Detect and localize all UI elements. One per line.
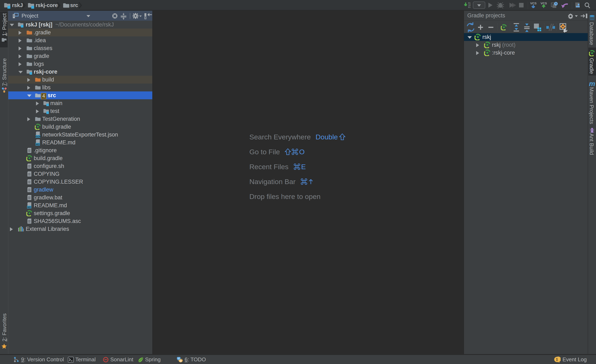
svg-text:01: 01 bbox=[468, 6, 471, 8]
svg-text:VCS: VCS bbox=[530, 1, 536, 5]
svg-text:1: 1 bbox=[556, 357, 558, 362]
svg-text:VCS: VCS bbox=[541, 1, 547, 5]
